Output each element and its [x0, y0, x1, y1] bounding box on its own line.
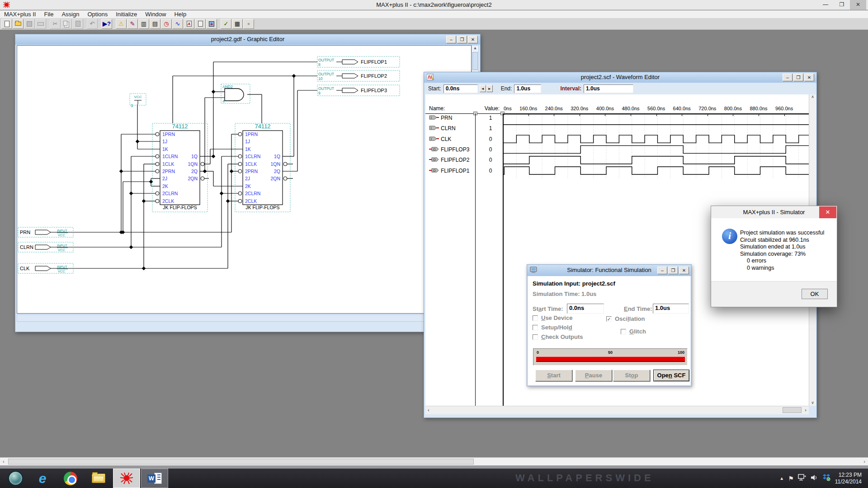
- svg-text:VCC: VCC: [58, 269, 65, 273]
- menu-item-options[interactable]: Options: [83, 11, 112, 18]
- open-scf-button[interactable]: Open SCF: [653, 370, 689, 381]
- menu-item-help[interactable]: Help: [170, 11, 190, 18]
- checkbox-glitch[interactable]: [621, 329, 626, 334]
- waveform-editor-titlebar[interactable]: project2.scf - Waveform Editor – ❐ ✕: [424, 72, 816, 83]
- checkbox-oscillation[interactable]: ✓: [606, 316, 612, 322]
- info-icon: i: [722, 229, 737, 244]
- wave-minimize-button[interactable]: –: [783, 74, 793, 81]
- editor-button[interactable]: ✎: [127, 19, 138, 29]
- menu-item-window[interactable]: Window: [141, 11, 170, 18]
- signal-value: 0: [481, 157, 500, 163]
- output-pin-flipflop1[interactable]: [342, 60, 358, 64]
- output-pin-flipflop3[interactable]: [342, 88, 358, 93]
- checkbox-check-outputs[interactable]: [533, 334, 538, 340]
- hierarchy-display-button[interactable]: +: [206, 19, 217, 29]
- show-hidden-icons[interactable]: ▲: [779, 476, 784, 481]
- menu-item-max-plus-ii[interactable]: MAX+plus II: [0, 11, 40, 18]
- clock-time: 12:23 PM: [835, 472, 862, 479]
- end-time-field[interactable]: 1.0us: [514, 84, 541, 93]
- menu-item-file[interactable]: File: [40, 11, 57, 18]
- wave-maximize-button[interactable]: ❐: [793, 74, 803, 81]
- taskbar-file-explorer[interactable]: [85, 469, 112, 488]
- input-pin-clrn[interactable]: [35, 245, 51, 249]
- step-left-button[interactable]: ◄: [480, 85, 486, 92]
- signal-row-clk[interactable]: ICLK: [429, 136, 451, 142]
- simulator-button[interactable]: ∿: [172, 19, 183, 29]
- schematic-canvas[interactable]: 741121PRN1J1K1CLRN1CLK2PRN2J2K2CLRN2CLK1…: [17, 45, 472, 314]
- checkbox-setup-hold[interactable]: [533, 325, 538, 330]
- sim-end-time-field[interactable]: 1.0us: [653, 304, 689, 314]
- message-box-titlebar[interactable]: MAX+plus II - Simulator: [711, 206, 837, 218]
- ruler-label: 880.0ns: [750, 106, 767, 111]
- scroll-right-icon[interactable]: ›: [863, 459, 865, 464]
- taskbar-word[interactable]: W: [141, 469, 168, 488]
- scroll-left-icon[interactable]: ‹: [428, 407, 429, 413]
- menu-item-initialize[interactable]: Initialize: [112, 11, 141, 18]
- sim-maximize-button[interactable]: ❐: [668, 267, 678, 274]
- waveform-plot[interactable]: [504, 113, 809, 181]
- dropbox-icon[interactable]: [822, 474, 831, 483]
- start-time-field[interactable]: 0.0ns: [443, 84, 478, 93]
- wave-close-button[interactable]: ✕: [804, 74, 814, 81]
- cascade-windows-button[interactable]: ▫: [243, 19, 254, 29]
- tile-windows-button[interactable]: ▦: [232, 19, 243, 29]
- wave-horizontal-scrollbar[interactable]: ‹ ›: [425, 406, 809, 414]
- taskbar-start-button[interactable]: [2, 469, 29, 488]
- and2-gate[interactable]: [225, 89, 244, 101]
- new-file-button[interactable]: [1, 19, 12, 29]
- ok-button[interactable]: OK: [802, 289, 828, 299]
- assignments-button[interactable]: ✓: [221, 19, 231, 29]
- timing-analyzer-button[interactable]: ◷: [161, 19, 172, 29]
- input-pin-clk[interactable]: [35, 266, 51, 271]
- simulator-titlebar[interactable]: Simulator: Functional Simulation – ❐ ✕: [527, 265, 691, 276]
- compiler-button[interactable]: ▥: [138, 19, 149, 29]
- sim-close-button[interactable]: ✕: [679, 267, 689, 274]
- checkbox-label-check-outputs: Check Outputs: [541, 333, 583, 340]
- scroll-right-icon[interactable]: ›: [805, 407, 807, 413]
- network-icon[interactable]: [798, 474, 807, 483]
- signal-row-flipflop3[interactable]: OFLIPFLOP3: [429, 147, 469, 152]
- app-horizontal-scrollbar[interactable]: ‹ ›: [0, 457, 868, 465]
- minimize-button[interactable]: —: [817, 0, 834, 10]
- signal-row-flipflop1[interactable]: OFLIPFLOP1: [429, 168, 469, 174]
- signal-row-clrn[interactable]: ICLRN: [429, 126, 456, 131]
- svg-text:2K: 2K: [245, 183, 251, 189]
- interval-field[interactable]: 1.0us: [584, 84, 633, 93]
- report-file-button[interactable]: A: [184, 19, 194, 29]
- svg-text:JK FLIP-FLOPS: JK FLIP-FLOPS: [245, 205, 279, 210]
- restore-button[interactable]: ❐: [834, 0, 850, 10]
- taskbar-maxplus2[interactable]: [113, 469, 140, 488]
- context-help-button[interactable]: ▶?: [101, 19, 112, 29]
- action-center-flag-icon[interactable]: ⚑: [788, 475, 794, 482]
- input-pin-prn[interactable]: [35, 230, 51, 235]
- report-button[interactable]: [195, 19, 206, 29]
- taskbar-chrome[interactable]: [57, 469, 84, 488]
- volume-icon[interactable]: [811, 474, 818, 483]
- graphic-editor-titlebar[interactable]: project2.gdf - Graphic Editor – ❐ ✕: [15, 34, 480, 45]
- scroll-left-icon[interactable]: ‹: [3, 459, 5, 464]
- svg-text:2PRN: 2PRN: [162, 169, 175, 174]
- open-file-button[interactable]: [13, 19, 24, 29]
- output-pin-flipflop2[interactable]: [342, 74, 358, 78]
- signal-name: FLIPFLOP1: [441, 168, 469, 174]
- message-close-button[interactable]: ✕: [819, 206, 836, 218]
- gfx-close-button[interactable]: ✕: [468, 36, 478, 43]
- gfx-maximize-button[interactable]: ❐: [457, 36, 467, 43]
- close-button[interactable]: ✕: [850, 0, 866, 10]
- gfx-minimize-button[interactable]: –: [446, 36, 456, 43]
- checkbox-use-device[interactable]: [533, 315, 538, 321]
- signal-row-prn[interactable]: IPRN: [429, 115, 452, 121]
- output-signal-icon: O: [429, 168, 439, 174]
- message-processor-button[interactable]: ▤: [150, 19, 160, 29]
- taskbar-internet-explorer[interactable]: e: [29, 469, 56, 488]
- message-warning-button[interactable]: ⚠: [116, 19, 127, 29]
- sim-minimize-button[interactable]: –: [657, 267, 667, 274]
- gfx-horizontal-scrollbar[interactable]: [17, 314, 472, 322]
- signal-row-flipflop2[interactable]: OFLIPFLOP2: [429, 157, 469, 163]
- step-right-button[interactable]: ►: [486, 85, 493, 92]
- menu-item-assign[interactable]: Assign: [57, 11, 83, 18]
- svg-text:FLIPFLOP2: FLIPFLOP2: [361, 73, 387, 79]
- taskbar-clock[interactable]: 12:23 PM 11/24/2014: [835, 472, 862, 485]
- svg-text:OUTPUT: OUTPUT: [318, 86, 334, 91]
- sim-start-time-field[interactable]: 0.0ns: [567, 304, 604, 314]
